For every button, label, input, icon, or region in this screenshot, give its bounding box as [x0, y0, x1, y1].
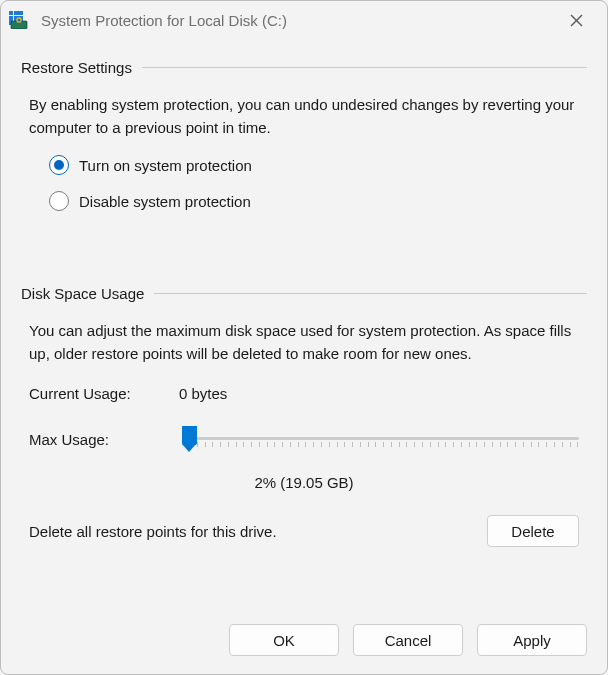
system-protection-dialog: System Protection for Local Disk (C:) Re…: [0, 0, 608, 675]
current-usage-value: 0 bytes: [179, 385, 227, 402]
svg-rect-1: [14, 11, 23, 15]
dialog-button-bar: OK Cancel Apply: [1, 610, 607, 674]
restore-description: By enabling system protection, you can u…: [21, 94, 587, 139]
delete-button[interactable]: Delete: [487, 515, 579, 547]
dialog-content: Restore Settings By enabling system prot…: [1, 39, 607, 610]
radio-indicator-icon: [49, 191, 69, 211]
delete-description: Delete all restore points for this drive…: [29, 523, 487, 540]
close-icon: [570, 14, 583, 27]
max-usage-slider[interactable]: [179, 426, 579, 452]
radio-indicator-icon: [49, 155, 69, 175]
disk-space-usage-label: Disk Space Usage: [21, 285, 144, 302]
delete-restore-points-row: Delete all restore points for this drive…: [21, 515, 587, 547]
cancel-button[interactable]: Cancel: [353, 624, 463, 656]
apply-button[interactable]: Apply: [477, 624, 587, 656]
slider-ticks: [189, 442, 579, 452]
window-title: System Protection for Local Disk (C:): [37, 12, 546, 29]
ok-button[interactable]: OK: [229, 624, 339, 656]
disable-protection-radio[interactable]: Disable system protection: [49, 191, 587, 211]
titlebar: System Protection for Local Disk (C:): [1, 1, 607, 39]
turn-on-protection-radio[interactable]: Turn on system protection: [49, 155, 587, 175]
restore-settings-label: Restore Settings: [21, 59, 132, 76]
divider: [142, 67, 587, 68]
system-protection-icon: [9, 11, 29, 29]
restore-settings-header: Restore Settings: [21, 59, 587, 76]
max-usage-value: 2% (19.05 GB): [21, 474, 587, 491]
disk-space-usage-header: Disk Space Usage: [21, 285, 587, 302]
protection-radio-group: Turn on system protection Disable system…: [21, 139, 587, 227]
slider-track: [189, 437, 579, 440]
close-button[interactable]: [554, 5, 599, 35]
radio-label: Turn on system protection: [79, 157, 252, 174]
disk-space-description: You can adjust the maximum disk space us…: [21, 320, 587, 365]
divider: [154, 293, 587, 294]
current-usage-row: Current Usage: 0 bytes: [21, 385, 587, 402]
max-usage-row: Max Usage:: [21, 426, 587, 452]
svg-rect-0: [9, 11, 13, 15]
current-usage-label: Current Usage:: [29, 385, 179, 402]
max-usage-label: Max Usage:: [29, 431, 179, 448]
slider-thumb[interactable]: [182, 426, 197, 452]
radio-label: Disable system protection: [79, 193, 251, 210]
